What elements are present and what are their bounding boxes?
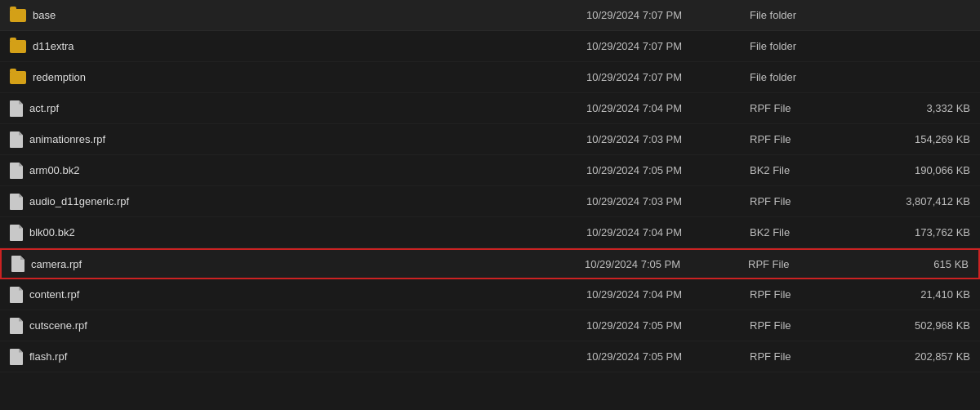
file-size: 3,332 KB bbox=[872, 102, 970, 114]
file-list: base10/29/2024 7:07 PMFile folderd11extr… bbox=[0, 0, 980, 372]
file-size: 502,968 KB bbox=[872, 319, 970, 332]
table-row[interactable]: blk00.bk210/29/2024 7:04 PMBK2 File173,7… bbox=[0, 217, 980, 248]
file-name-cell: act.rpf bbox=[10, 100, 586, 117]
file-name: animationres.rpf bbox=[29, 133, 105, 145]
file-name: camera.rpf bbox=[31, 258, 82, 270]
table-row[interactable]: content.rpf10/29/2024 7:04 PMRPF File21,… bbox=[0, 279, 980, 310]
file-date: 10/29/2024 7:07 PM bbox=[586, 9, 750, 21]
file-name-cell: flash.rpf bbox=[10, 349, 586, 365]
table-row[interactable]: flash.rpf10/29/2024 7:05 PMRPF File202,8… bbox=[0, 341, 980, 372]
file-type: File folder bbox=[750, 40, 872, 52]
folder-icon bbox=[10, 9, 26, 22]
file-type: BK2 File bbox=[750, 164, 872, 176]
file-name-cell: d11extra bbox=[10, 40, 586, 53]
folder-icon bbox=[10, 71, 26, 84]
file-name-cell: content.rpf bbox=[10, 287, 586, 303]
file-date: 10/29/2024 7:07 PM bbox=[586, 40, 750, 52]
file-icon bbox=[10, 163, 23, 179]
file-name-cell: camera.rpf bbox=[11, 256, 585, 272]
table-row[interactable]: arm00.bk210/29/2024 7:05 PMBK2 File190,0… bbox=[0, 155, 980, 186]
file-icon bbox=[10, 318, 23, 334]
file-name: cutscene.rpf bbox=[29, 319, 87, 332]
file-size: 154,269 KB bbox=[872, 133, 970, 145]
table-row[interactable]: animationres.rpf10/29/2024 7:03 PMRPF Fi… bbox=[0, 124, 980, 155]
file-name: content.rpf bbox=[29, 288, 79, 301]
file-icon bbox=[10, 349, 23, 365]
file-date: 10/29/2024 7:05 PM bbox=[586, 350, 750, 363]
table-row[interactable]: camera.rpf10/29/2024 7:05 PMRPF File615 … bbox=[0, 248, 980, 279]
file-size: 173,762 KB bbox=[872, 226, 970, 238]
file-icon bbox=[10, 225, 23, 241]
file-size: 21,410 KB bbox=[872, 288, 970, 301]
table-row[interactable]: d11extra10/29/2024 7:07 PMFile folder bbox=[0, 31, 980, 62]
file-date: 10/29/2024 7:03 PM bbox=[586, 195, 750, 207]
file-name: flash.rpf bbox=[29, 350, 67, 363]
file-type: RPF File bbox=[750, 319, 872, 332]
file-name-cell: animationres.rpf bbox=[10, 131, 586, 148]
file-type: RPF File bbox=[750, 288, 872, 301]
file-name: audio_d11generic.rpf bbox=[29, 195, 129, 207]
file-name-cell: audio_d11generic.rpf bbox=[10, 194, 586, 210]
file-name-cell: cutscene.rpf bbox=[10, 318, 586, 334]
file-type: RPF File bbox=[750, 133, 872, 145]
file-name: act.rpf bbox=[29, 102, 59, 114]
table-row[interactable]: act.rpf10/29/2024 7:04 PMRPF File3,332 K… bbox=[0, 93, 980, 124]
file-icon bbox=[10, 100, 23, 117]
file-date: 10/29/2024 7:04 PM bbox=[586, 226, 750, 238]
file-name-cell: base bbox=[10, 9, 586, 22]
file-type: RPF File bbox=[748, 258, 871, 270]
table-row[interactable]: redemption10/29/2024 7:07 PMFile folder bbox=[0, 62, 980, 93]
file-type: RPF File bbox=[750, 195, 872, 207]
file-name-cell: arm00.bk2 bbox=[10, 163, 586, 179]
file-type: File folder bbox=[750, 9, 872, 21]
file-name-cell: blk00.bk2 bbox=[10, 225, 586, 241]
file-icon bbox=[10, 131, 23, 148]
file-type: BK2 File bbox=[750, 226, 872, 238]
file-name: arm00.bk2 bbox=[29, 164, 79, 176]
file-type: File folder bbox=[750, 71, 872, 83]
file-size: 3,807,412 KB bbox=[872, 195, 970, 207]
file-name: redemption bbox=[33, 71, 86, 83]
file-name-cell: redemption bbox=[10, 71, 586, 84]
file-size: 202,857 KB bbox=[872, 350, 970, 363]
file-date: 10/29/2024 7:05 PM bbox=[586, 319, 750, 332]
file-icon bbox=[10, 194, 23, 210]
file-name: base bbox=[33, 9, 56, 21]
file-icon bbox=[10, 287, 23, 303]
file-type: RPF File bbox=[750, 102, 872, 114]
folder-icon bbox=[10, 40, 26, 53]
table-row[interactable]: base10/29/2024 7:07 PMFile folder bbox=[0, 0, 980, 31]
file-date: 10/29/2024 7:07 PM bbox=[586, 71, 750, 83]
file-date: 10/29/2024 7:05 PM bbox=[585, 258, 748, 270]
file-date: 10/29/2024 7:04 PM bbox=[586, 288, 750, 301]
file-icon bbox=[11, 256, 24, 272]
file-date: 10/29/2024 7:05 PM bbox=[586, 164, 750, 176]
file-name: blk00.bk2 bbox=[29, 226, 75, 238]
file-name: d11extra bbox=[33, 40, 74, 52]
table-row[interactable]: audio_d11generic.rpf10/29/2024 7:03 PMRP… bbox=[0, 186, 980, 217]
table-row[interactable]: cutscene.rpf10/29/2024 7:05 PMRPF File50… bbox=[0, 310, 980, 341]
file-size: 190,066 KB bbox=[872, 164, 970, 176]
file-date: 10/29/2024 7:03 PM bbox=[586, 133, 750, 145]
file-date: 10/29/2024 7:04 PM bbox=[586, 102, 750, 114]
file-size: 615 KB bbox=[871, 258, 969, 270]
file-type: RPF File bbox=[750, 350, 872, 363]
